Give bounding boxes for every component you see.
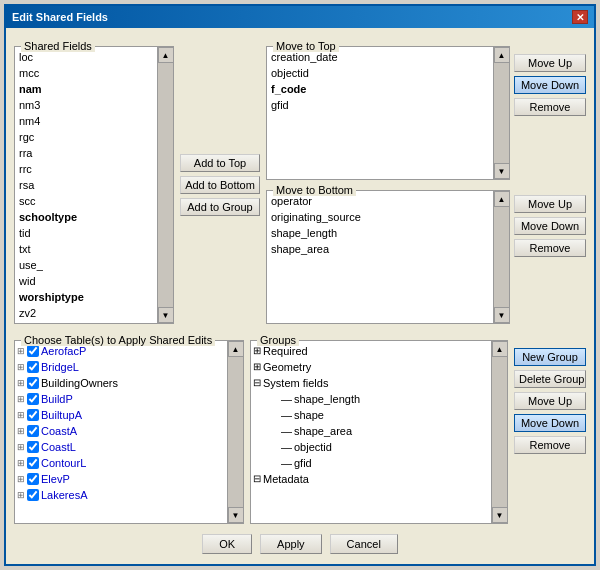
list-item[interactable]: objectid: [269, 65, 491, 81]
move-to-top-move-up-button[interactable]: Move Up: [514, 54, 586, 72]
choose-tables-listbox[interactable]: ⊞AerofacP⊞BridgeL⊞BuildingOwners⊞BuildP⊞…: [15, 341, 227, 523]
tree-item[interactable]: —gfid: [253, 455, 489, 471]
scroll-up-tables[interactable]: ▲: [228, 341, 244, 357]
move-to-top-move-down-button[interactable]: Move Down: [514, 76, 586, 94]
apply-button[interactable]: Apply: [260, 534, 322, 554]
groups-scrollbar[interactable]: ▲ ▼: [491, 341, 507, 523]
close-button[interactable]: ✕: [572, 10, 588, 24]
tree-item[interactable]: —shape: [253, 407, 489, 423]
scroll-up-arrow-bottom[interactable]: ▲: [494, 191, 510, 207]
move-to-bottom-remove-button[interactable]: Remove: [514, 239, 586, 257]
move-to-bottom-scrollbar[interactable]: ▲ ▼: [493, 191, 509, 323]
title-bar: Edit Shared Fields ✕: [6, 6, 594, 28]
list-item[interactable]: ⊞BuildingOwners: [17, 375, 225, 391]
list-item[interactable]: originating_source: [269, 209, 491, 225]
scroll-track-groups: [492, 357, 507, 507]
scroll-down-arrow-top[interactable]: ▼: [494, 163, 510, 179]
groups-remove-button[interactable]: Remove: [514, 436, 586, 454]
choose-tables-panel: ⊞AerofacP⊞BridgeL⊞BuildingOwners⊞BuildP⊞…: [15, 341, 243, 523]
list-item[interactable]: nam: [17, 81, 155, 97]
shared-fields-group: Shared Fields locmccnamnm3nm4rgcrrarrcrs…: [14, 46, 174, 324]
scroll-down-arrow-bottom[interactable]: ▼: [494, 307, 510, 323]
scroll-up-arrow[interactable]: ▲: [158, 47, 174, 63]
list-item[interactable]: ⊞ElevP: [17, 471, 225, 487]
scroll-track: [158, 63, 173, 307]
scroll-up-groups[interactable]: ▲: [492, 341, 508, 357]
list-item[interactable]: shape_length: [269, 225, 491, 241]
tree-item[interactable]: ⊞Geometry: [253, 359, 489, 375]
top-section: Shared Fields locmccnamnm3nm4rgcrrarrcrs…: [14, 36, 586, 324]
list-item[interactable]: scc: [17, 193, 155, 209]
cancel-button[interactable]: Cancel: [330, 534, 398, 554]
list-item[interactable]: rsa: [17, 177, 155, 193]
add-to-top-button[interactable]: Add to Top: [180, 154, 260, 172]
scroll-up-arrow-top[interactable]: ▲: [494, 47, 510, 63]
list-item[interactable]: ⊞CoastA: [17, 423, 225, 439]
scroll-down-groups[interactable]: ▼: [492, 507, 508, 523]
move-to-bottom-listbox[interactable]: operatororiginating_sourceshape_lengthsh…: [267, 191, 493, 323]
list-item[interactable]: ⊞CoastL: [17, 439, 225, 455]
choose-tables-scrollbar[interactable]: ▲ ▼: [227, 341, 243, 523]
shared-fields-panel: locmccnamnm3nm4rgcrrarrcrsasccschooltype…: [15, 47, 173, 323]
list-item[interactable]: rra: [17, 145, 155, 161]
choose-tables-label: Choose Table(s) to Apply Shared Edits: [21, 334, 215, 346]
move-to-top-panel: creation_dateobjectidf_codegfid ▲ ▼: [267, 47, 509, 179]
add-to-bottom-button[interactable]: Add to Bottom: [180, 176, 260, 194]
groups-label: Groups: [257, 334, 299, 346]
move-to-top-group: Move to Top creation_dateobjectidf_codeg…: [266, 46, 510, 180]
move-to-top-listbox[interactable]: creation_dateobjectidf_codegfid: [267, 47, 493, 179]
groups-panel: ⊞Required⊞Geometry⊟System fields—shape_l…: [251, 341, 507, 523]
list-item[interactable]: zv2: [17, 305, 155, 321]
list-item[interactable]: nm3: [17, 97, 155, 113]
move-to-top-label: Move to Top: [273, 40, 339, 52]
list-item[interactable]: rrc: [17, 161, 155, 177]
add-to-group-button[interactable]: Add to Group: [180, 198, 260, 216]
list-item[interactable]: schooltype: [17, 209, 155, 225]
dialog-title: Edit Shared Fields: [12, 11, 108, 23]
list-item[interactable]: mcc: [17, 65, 155, 81]
new-group-button[interactable]: New Group: [514, 348, 586, 366]
list-item[interactable]: use_: [17, 257, 155, 273]
move-to-bottom-panel: operatororiginating_sourceshape_lengthsh…: [267, 191, 509, 323]
list-item[interactable]: wid: [17, 273, 155, 289]
list-item[interactable]: shape_area: [269, 241, 491, 257]
list-item[interactable]: f_code: [269, 81, 491, 97]
list-item[interactable]: ⊞BuildP: [17, 391, 225, 407]
shared-fields-scrollbar[interactable]: ▲ ▼: [157, 47, 173, 323]
list-item[interactable]: ⊞ContourL: [17, 455, 225, 471]
shared-fields-label: Shared Fields: [21, 40, 95, 52]
tree-item[interactable]: ⊟Metadata: [253, 471, 489, 487]
list-item[interactable]: worshiptype: [17, 289, 155, 305]
ok-button[interactable]: OK: [202, 534, 252, 554]
move-to-top-scrollbar[interactable]: ▲ ▼: [493, 47, 509, 179]
shared-fields-listbox[interactable]: locmccnamnm3nm4rgcrrarrcrsasccschooltype…: [15, 47, 157, 323]
scroll-down-arrow[interactable]: ▼: [158, 307, 174, 323]
list-item[interactable]: ⊞LakeresA: [17, 487, 225, 503]
right-action-buttons: Move Up Move Down Remove Move Up Move Do…: [514, 36, 586, 324]
footer: OK Apply Cancel: [14, 530, 586, 556]
list-item[interactable]: rgc: [17, 129, 155, 145]
groups-move-down-button[interactable]: Move Down: [514, 414, 586, 432]
move-to-bottom-label: Move to Bottom: [273, 184, 356, 196]
groups-action-buttons: New Group Delete Group Move Up Move Down…: [514, 330, 586, 524]
scroll-down-tables[interactable]: ▼: [228, 507, 244, 523]
list-item[interactable]: ⊞BuiltupA: [17, 407, 225, 423]
dialog-body: Shared Fields locmccnamnm3nm4rgcrrarrcrs…: [6, 28, 594, 564]
scroll-track-top: [494, 63, 509, 163]
move-to-bottom-move-up-button[interactable]: Move Up: [514, 195, 586, 213]
choose-tables-group: Choose Table(s) to Apply Shared Edits ⊞A…: [14, 340, 244, 524]
groups-move-up-button[interactable]: Move Up: [514, 392, 586, 410]
tree-item[interactable]: —shape_length: [253, 391, 489, 407]
list-item[interactable]: gfid: [269, 97, 491, 113]
move-to-top-remove-button[interactable]: Remove: [514, 98, 586, 116]
groups-listbox[interactable]: ⊞Required⊞Geometry⊟System fields—shape_l…: [251, 341, 491, 523]
list-item[interactable]: nm4: [17, 113, 155, 129]
delete-group-button[interactable]: Delete Group: [514, 370, 586, 388]
list-item[interactable]: tid: [17, 225, 155, 241]
tree-item[interactable]: —shape_area: [253, 423, 489, 439]
list-item[interactable]: txt: [17, 241, 155, 257]
move-to-bottom-move-down-button[interactable]: Move Down: [514, 217, 586, 235]
tree-item[interactable]: —objectid: [253, 439, 489, 455]
list-item[interactable]: ⊞BridgeL: [17, 359, 225, 375]
tree-item[interactable]: ⊟System fields: [253, 375, 489, 391]
